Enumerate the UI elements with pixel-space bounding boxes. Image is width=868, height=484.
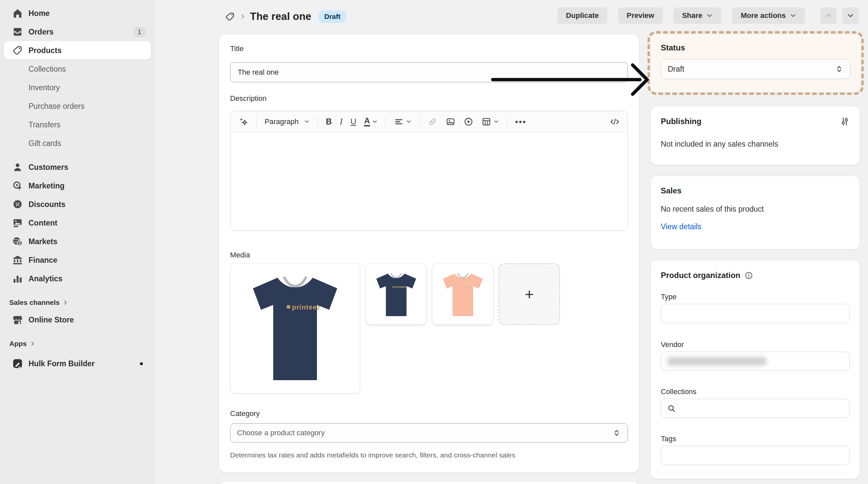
person-icon (12, 161, 23, 173)
plus-icon: + (525, 285, 534, 303)
link-icon (428, 117, 438, 127)
ai-magic-button[interactable] (238, 117, 248, 127)
previous-product-button[interactable] (820, 7, 837, 24)
chevron-down-icon (304, 119, 310, 124)
vendor-input[interactable] (661, 352, 850, 371)
insert-image-button[interactable] (445, 117, 456, 127)
category-placeholder: Choose a product category (237, 429, 324, 437)
tags-input[interactable] (661, 446, 850, 465)
sidebar-item-orders[interactable]: Orders 1 (4, 23, 151, 41)
sidebar-item-label: Orders (29, 28, 53, 36)
add-media-tile[interactable]: + (499, 263, 560, 325)
sidebar-section-apps[interactable]: Apps (4, 338, 151, 350)
globe-dollar-icon (12, 236, 23, 247)
more-formatting-button[interactable]: ••• (515, 117, 527, 126)
underline-button[interactable]: U (350, 117, 356, 126)
type-input[interactable] (661, 304, 850, 323)
alignment-button[interactable] (394, 117, 411, 127)
sales-card: Sales No recent sales of this product Vi… (651, 176, 860, 249)
sidebar-item-purchase-orders[interactable]: Purchase orders (4, 97, 151, 116)
sidebar-item-label: Home (29, 9, 50, 18)
search-icon (667, 404, 676, 413)
toolbar-divider (420, 116, 420, 127)
discount-badge-icon (12, 199, 23, 210)
category-select[interactable]: Choose a product category (230, 423, 628, 443)
chevron-up-icon (825, 11, 833, 20)
status-title: Status (661, 43, 850, 53)
svg-text:printeez: printeez (461, 285, 473, 289)
duplicate-button[interactable]: Duplicate (557, 7, 608, 24)
chevron-down-icon (406, 119, 411, 124)
description-textarea[interactable] (230, 132, 628, 231)
code-view-button[interactable] (610, 117, 620, 127)
preview-button[interactable]: Preview (618, 7, 663, 24)
select-updown-icon (612, 429, 621, 437)
sidebar-item-analytics[interactable]: Analytics (4, 269, 151, 288)
share-button[interactable]: Share (673, 7, 721, 24)
description-label: Description (230, 94, 628, 103)
next-product-button[interactable] (842, 7, 859, 24)
sidebar-item-content[interactable]: Content (4, 214, 151, 232)
bold-button[interactable]: B (326, 117, 332, 126)
status-highlight-outline: Status Draft (648, 31, 864, 95)
app-pencil-icon (12, 358, 23, 369)
more-actions-button[interactable]: More actions (732, 7, 805, 24)
sidebar-item-online-store[interactable]: Online Store (4, 310, 151, 329)
code-icon (610, 117, 620, 127)
insert-table-button[interactable] (482, 117, 499, 127)
editor-toolbar: Paragraph B I U A (230, 111, 628, 132)
publishing-title: Publishing (661, 117, 702, 126)
sidebar-item-finance[interactable]: Finance (4, 251, 151, 269)
content-image-icon (12, 217, 23, 229)
sidebar-item-transfers[interactable]: Transfers (4, 116, 151, 134)
collections-search-input[interactable] (661, 399, 850, 418)
sales-status-text: No recent sales of this product (661, 205, 850, 214)
sidebar-item-gift-cards[interactable]: Gift cards (4, 134, 151, 153)
chevron-down-icon (493, 119, 499, 124)
magic-icon (238, 117, 248, 127)
title-input[interactable] (230, 62, 628, 82)
sidebar-item-hulk-form-builder[interactable]: Hulk Form Builder (4, 354, 151, 373)
adjust-sliders-icon[interactable] (840, 116, 850, 126)
sidebar-item-home[interactable]: Home (4, 4, 151, 23)
insert-video-button[interactable] (464, 117, 473, 127)
product-organization-title: Product organization (661, 271, 740, 280)
chevron-down-icon (706, 12, 713, 19)
sidebar-item-label: Products (29, 46, 62, 55)
view-details-link[interactable]: View details (661, 222, 850, 231)
media-label: Media (230, 251, 628, 260)
media-item-navy-tshirt-large[interactable]: printeez (230, 263, 360, 393)
link-button[interactable] (428, 117, 438, 127)
storefront-icon (12, 314, 23, 326)
media-item-navy-tshirt-thumb[interactable]: printeez (365, 263, 427, 325)
category-help-text: Determines tax rates and adds metafields… (230, 451, 628, 459)
sidebar-item-customers[interactable]: Customers (4, 158, 151, 177)
text-color-button[interactable]: A (364, 117, 377, 126)
status-select[interactable]: Draft (661, 59, 850, 79)
publishing-card: Publishing Not included in any sales cha… (651, 107, 860, 165)
sidebar-item-collections[interactable]: Collections (4, 60, 151, 78)
category-label: Category (230, 410, 628, 418)
sidebar-section-sales-channels[interactable]: Sales channels (4, 297, 151, 308)
sidebar-item-inventory[interactable]: Inventory (4, 78, 151, 97)
tag-icon[interactable] (225, 11, 236, 22)
sidebar-item-markets[interactable]: Markets (4, 232, 151, 251)
bank-icon (12, 254, 23, 266)
page-actions: Duplicate Preview Share More actions (557, 7, 859, 24)
chevron-right-icon (30, 341, 35, 347)
vendor-label: Vendor (661, 340, 850, 349)
status-badge: Draft (319, 10, 346, 23)
sidebar-item-discounts[interactable]: Discounts (4, 195, 151, 214)
info-icon[interactable] (744, 271, 753, 280)
sidebar-item-products[interactable]: Products (4, 41, 151, 60)
orders-count-badge: 1 (133, 27, 146, 37)
notification-dot (140, 362, 143, 365)
media-item-peach-tshirt-thumb[interactable]: printeez (432, 263, 493, 325)
toolbar-divider (256, 116, 257, 127)
paragraph-style-dropdown[interactable]: Paragraph (265, 117, 310, 126)
bar-chart-icon (12, 273, 23, 284)
toolbar-divider (507, 116, 507, 127)
chevron-down-icon (372, 119, 378, 124)
italic-button[interactable]: I (340, 117, 342, 126)
sidebar-item-marketing[interactable]: Marketing (4, 177, 151, 195)
